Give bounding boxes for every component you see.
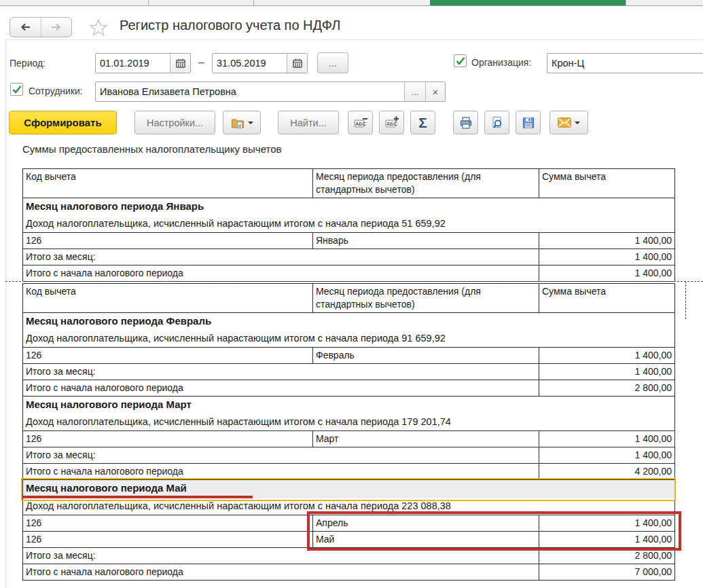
- table-row: Итого за месяц:1 400,00: [23, 249, 675, 265]
- employees-input[interactable]: [96, 82, 404, 101]
- column-header-cell[interactable]: Код вычета: [23, 284, 313, 313]
- deduction-month-cell[interactable]: Апрель: [313, 515, 539, 532]
- total-amount-cell[interactable]: 1 400,00: [539, 249, 675, 265]
- organization-input[interactable]: [547, 54, 703, 73]
- forward-arrow-icon: [50, 22, 62, 32]
- collapse-groups-button[interactable]: АБС: [348, 111, 373, 134]
- table-row: 126Март1 400,00: [23, 431, 675, 447]
- employees-checkbox[interactable]: [10, 83, 23, 96]
- month-section-header[interactable]: Месяц налогового периода Март: [23, 397, 675, 415]
- active-tab-indicator[interactable]: [430, 0, 626, 5]
- deduction-code-cell[interactable]: 126: [23, 515, 313, 532]
- deduction-amount-cell[interactable]: 1 400,00: [539, 348, 675, 364]
- deduction-amount-cell[interactable]: 1 400,00: [539, 233, 675, 249]
- calendar-icon: [292, 58, 303, 69]
- income-line-cell[interactable]: Доход налогоплательщика, исчисленный нар…: [23, 331, 675, 348]
- report-table-page-2: Код вычетаМесяц периода предоставления (…: [22, 283, 675, 581]
- column-header-cell[interactable]: Месяц периода предоставления (для станда…: [313, 284, 539, 313]
- deduction-code-cell[interactable]: 126: [23, 431, 313, 447]
- tab-separator: [626, 0, 626, 5]
- column-header-cell[interactable]: Код вычета: [23, 169, 313, 198]
- income-line-cell[interactable]: Доход налогоплательщика, исчисленный нар…: [23, 216, 675, 233]
- deduction-amount-cell[interactable]: 1 400,00: [539, 431, 675, 447]
- table-row: Итого за месяц:1 400,00: [23, 364, 675, 380]
- total-amount-cell[interactable]: 1 400,00: [539, 265, 675, 282]
- deduction-code-cell[interactable]: 126: [23, 348, 313, 364]
- svg-text:АБС: АБС: [386, 121, 397, 127]
- income-line-cell[interactable]: Доход налогоплательщика, исчисленный нар…: [23, 498, 675, 515]
- table-row: Месяц налогового периода Февраль: [23, 313, 675, 331]
- deduction-amount-cell[interactable]: 1 400,00: [539, 532, 675, 548]
- deduction-month-cell[interactable]: Февраль: [313, 348, 539, 364]
- report-table-page-1: Код вычетаМесяц периода предоставления (…: [22, 168, 675, 282]
- month-section-header[interactable]: Месяц налогового периода Январь: [23, 198, 675, 217]
- period-from-calendar-button[interactable]: [170, 54, 190, 73]
- period-to-input[interactable]: [213, 54, 287, 73]
- deduction-month-cell[interactable]: Май: [313, 532, 539, 548]
- deduction-code-cell[interactable]: 126: [23, 233, 313, 249]
- deduction-amount-cell[interactable]: 1 400,00: [539, 515, 675, 532]
- period-options-button[interactable]: ...: [317, 52, 348, 73]
- period-range-dash: –: [198, 56, 204, 69]
- month-section-header[interactable]: Месяц налогового периода Февраль: [23, 313, 675, 331]
- total-amount-cell[interactable]: 4 200,00: [539, 464, 675, 480]
- sum-button[interactable]: Σ: [410, 111, 435, 134]
- total-label-cell[interactable]: Итого с начала налогового периода: [23, 464, 539, 480]
- month-section-header[interactable]: Месяц налогового периода Май: [23, 480, 675, 499]
- total-label-cell[interactable]: Итого с начала налогового периода: [23, 265, 539, 282]
- period-to-calendar-button[interactable]: [287, 54, 307, 73]
- employees-clear-button[interactable]: ×: [425, 82, 445, 101]
- period-from-input[interactable]: [96, 54, 170, 73]
- total-amount-cell[interactable]: 2 800,00: [539, 548, 675, 564]
- table-row: Код вычетаМесяц периода предоставления (…: [23, 284, 675, 313]
- envelope-icon: [558, 117, 571, 128]
- deduction-month-cell[interactable]: Март: [313, 431, 539, 447]
- forward-button[interactable]: [41, 18, 72, 37]
- page-break-line: [5, 281, 703, 282]
- favorite-star-icon[interactable]: [88, 18, 109, 38]
- back-button[interactable]: [10, 18, 41, 37]
- total-label-cell[interactable]: Итого с начала налогового периода: [23, 380, 539, 397]
- total-amount-cell[interactable]: 2 800,00: [539, 380, 675, 397]
- deduction-code-cell[interactable]: 126: [23, 532, 313, 548]
- print-preview-button[interactable]: [484, 111, 509, 134]
- total-amount-cell[interactable]: 1 400,00: [539, 364, 675, 380]
- expand-groups-button[interactable]: АБС: [379, 111, 404, 134]
- income-line-cell[interactable]: Доход налогоплательщика, исчисленный нар…: [23, 414, 675, 431]
- generate-button[interactable]: Сформировать: [9, 111, 117, 134]
- column-header-cell[interactable]: Сумма вычета: [539, 284, 675, 313]
- folder-report-icon: [231, 117, 245, 129]
- form-left-border: [5, 39, 6, 588]
- table-row: Итого за месяц:2 800,00: [23, 548, 675, 564]
- employees-select-button[interactable]: ...: [404, 82, 425, 101]
- find-button[interactable]: Найти...: [278, 111, 339, 134]
- dropdown-arrow-icon: [575, 122, 580, 124]
- deduction-month-cell[interactable]: Январь: [313, 233, 539, 249]
- total-label-cell[interactable]: Итого за месяц:: [23, 364, 539, 380]
- tab-separator: [253, 0, 254, 5]
- report-variants-button[interactable]: [223, 111, 261, 134]
- total-amount-cell[interactable]: 1 400,00: [539, 447, 675, 464]
- table-row: Итого с начала налогового периода7 000,0…: [23, 564, 675, 581]
- total-label-cell[interactable]: Итого с начала налогового периода: [23, 564, 539, 581]
- total-amount-cell[interactable]: 7 000,00: [539, 564, 675, 581]
- table-row: Месяц налогового периода Март: [23, 397, 675, 415]
- tab-separator: [148, 0, 149, 5]
- checkmark-icon: [12, 86, 22, 94]
- column-header-cell[interactable]: Месяц периода предоставления (для станда…: [313, 169, 539, 198]
- organization-checkbox[interactable]: [454, 54, 467, 67]
- table-row: Итого за месяц:1 400,00: [23, 447, 675, 464]
- column-header-cell[interactable]: Сумма вычета: [539, 169, 675, 198]
- table-row: Код вычетаМесяц периода предоставления (…: [23, 169, 675, 198]
- back-arrow-icon: [20, 22, 31, 32]
- total-label-cell[interactable]: Итого за месяц:: [23, 447, 539, 464]
- print-button[interactable]: [453, 111, 478, 134]
- settings-button[interactable]: Настройки...: [134, 111, 215, 134]
- send-email-button[interactable]: [549, 111, 588, 134]
- total-label-cell[interactable]: Итого за месяц:: [23, 249, 539, 265]
- page-break-vertical-line: [685, 281, 686, 319]
- total-label-cell[interactable]: Итого за месяц:: [23, 548, 539, 564]
- save-button[interactable]: [516, 111, 541, 134]
- sigma-icon: Σ: [418, 115, 427, 131]
- svg-text:АБС: АБС: [355, 121, 366, 127]
